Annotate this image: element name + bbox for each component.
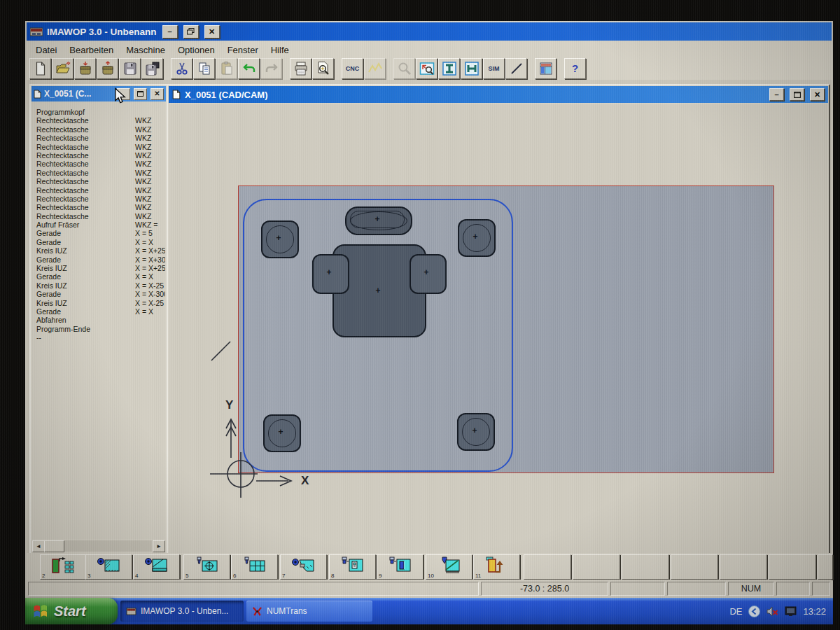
copy-button[interactable] <box>193 58 215 79</box>
zoom-window-button[interactable] <box>416 58 438 79</box>
program-row[interactable]: Gerade X = X <box>32 272 165 281</box>
program-row[interactable]: Programm-Ende <box>32 325 165 333</box>
program-row[interactable]: Gerade X = X+300 <box>32 255 165 264</box>
app-minimize-button[interactable]: – <box>162 25 178 38</box>
tool-button-7[interactable]: 7 <box>280 554 327 580</box>
taskbar-task-numtrans[interactable]: NUMTrans <box>246 601 372 622</box>
program-row[interactable]: Aufruf Fräser WKZ = <box>32 220 165 229</box>
program-row[interactable]: Gerade X = 5 <box>32 229 165 237</box>
program-row[interactable]: Gerade X = X <box>32 238 165 246</box>
tool-button-5[interactable]: 5 <box>183 554 230 580</box>
paste-button[interactable] <box>216 58 237 79</box>
redo-button[interactable] <box>260 58 282 79</box>
imawop-app-icon <box>126 607 136 616</box>
cad-maximize-button[interactable] <box>790 88 804 101</box>
program-row[interactable]: Rechtecktasche WKZ <box>32 143 165 151</box>
program-row[interactable]: -- <box>32 333 165 342</box>
menu-item[interactable]: Maschine <box>120 43 172 57</box>
zoom-button[interactable] <box>393 58 415 79</box>
cad-canvas[interactable]: + + + + + + + + <box>169 104 827 553</box>
app-icon <box>30 27 43 36</box>
tool-case-out-icon <box>100 61 115 76</box>
menu-item[interactable]: Fenster <box>221 43 265 57</box>
program-row[interactable]: Gerade X = X-300 <box>32 290 165 298</box>
program-row[interactable]: Rechtecktasche WKZ <box>32 116 165 125</box>
program-row[interactable]: Kreis IUZ X = X+25 <box>32 264 165 272</box>
tool-case-in-button[interactable] <box>74 58 96 79</box>
program-row[interactable]: Programmkopf <box>32 108 165 116</box>
app-close-button[interactable]: ✕ <box>204 25 220 38</box>
program-row[interactable]: Rechtecktasche WKZ <box>32 125 165 134</box>
print-preview-button[interactable] <box>312 58 334 79</box>
program-row[interactable]: Gerade X = X <box>32 307 165 316</box>
tray-collapse-icon[interactable] <box>748 606 760 617</box>
menu-bar: DateiBearbeitenMaschineOptionenFensterHi… <box>27 42 832 57</box>
program-row[interactable]: Rechtecktasche WKZ <box>32 186 165 195</box>
print-preview-icon <box>316 61 331 76</box>
taskbar-task-imawop[interactable]: IMAWOP 3.0 - Unben... <box>120 601 244 622</box>
program-row[interactable]: Rechtecktasche WKZ <box>32 203 165 211</box>
cut-button[interactable] <box>171 58 192 79</box>
toolbar-empty-cell <box>720 554 767 580</box>
taskbar-clock[interactable]: 13:22 <box>803 606 826 617</box>
program-row[interactable]: Rechtecktasche WKZ <box>32 177 165 186</box>
save-button[interactable] <box>119 58 141 79</box>
program-row[interactable]: Rechtecktasche WKZ <box>32 151 165 160</box>
menu-item[interactable]: Hilfe <box>265 43 295 57</box>
scroll-right-button[interactable]: ► <box>153 540 165 552</box>
app-restore-button[interactable] <box>183 25 199 38</box>
draw-line-button[interactable] <box>505 58 527 79</box>
mdi-area: X_0051 (C... ✕ Programmkopf Rechtecktasc… <box>27 80 832 553</box>
program-maximize-button[interactable] <box>134 88 147 100</box>
tool-button-4[interactable]: 4 <box>133 554 180 580</box>
tool-button-10[interactable]: 10 <box>426 554 472 580</box>
program-row[interactable]: Kreis IUZ X = X-25 <box>32 299 165 307</box>
tool-button-8[interactable]: 8 <box>329 554 376 580</box>
program-row[interactable]: Rechtecktasche WKZ <box>32 195 165 203</box>
cad-window-title-bar[interactable]: X_0051 (CAD/CAM) – ✕ <box>169 86 828 103</box>
print-button[interactable] <box>290 58 312 79</box>
toolbar-separator <box>283 68 290 69</box>
open-folder-button[interactable] <box>52 58 74 79</box>
fit-width-button[interactable] <box>461 58 482 79</box>
profile-curve-button[interactable] <box>364 58 386 79</box>
tool-button-2[interactable]: 2 <box>40 554 87 580</box>
app-title-bar[interactable]: IMAWOP 3.0 - Unbenann – ✕ <box>27 22 832 41</box>
tool-table-button[interactable] <box>535 58 556 79</box>
program-row[interactable]: Rechtecktasche WKZ <box>32 212 165 220</box>
program-row[interactable]: Rechtecktasche WKZ <box>32 160 165 168</box>
toolbar-separator <box>335 68 342 69</box>
cad-minimize-button[interactable]: – <box>769 88 784 101</box>
sim-button[interactable]: SIM <box>483 58 505 79</box>
menu-item[interactable]: Optionen <box>172 43 221 57</box>
scroll-left-button[interactable]: ◄ <box>32 540 45 552</box>
program-row[interactable]: Rechtecktasche WKZ <box>32 134 165 142</box>
program-row[interactable]: Rechtecktasche WKZ <box>32 169 165 177</box>
audio-muted-icon[interactable] <box>766 606 778 617</box>
tool-button-11[interactable]: 11 <box>473 554 520 580</box>
program-window-title-bar[interactable]: X_0051 (C... ✕ <box>31 86 166 102</box>
tool-button-9[interactable]: 9 <box>377 554 424 580</box>
menu-item[interactable]: Datei <box>29 43 63 57</box>
cnc-button[interactable]: CNC <box>342 58 363 79</box>
new-file-button[interactable] <box>29 58 51 79</box>
menu-item[interactable]: Bearbeiten <box>63 43 120 57</box>
program-close-button[interactable]: ✕ <box>150 88 164 100</box>
scrollbar-thumb[interactable] <box>44 540 64 552</box>
keyboard-language-indicator[interactable]: DE <box>729 606 742 617</box>
tool-case-out-button[interactable] <box>97 58 118 79</box>
help-button[interactable]: ? <box>564 58 586 79</box>
tool-button-6[interactable]: 6 <box>231 554 278 580</box>
start-button[interactable]: Start <box>25 598 118 624</box>
display-settings-icon[interactable] <box>785 606 797 617</box>
save-all-button[interactable] <box>141 58 163 79</box>
cad-close-button[interactable]: ✕ <box>810 88 825 101</box>
fit-width-icon <box>464 61 479 76</box>
undo-button[interactable] <box>238 58 260 79</box>
fit-height-button[interactable] <box>438 58 460 79</box>
program-row[interactable]: Abfahren <box>32 316 165 324</box>
horizontal-scrollbar[interactable]: ◄ ► <box>32 540 165 552</box>
program-row[interactable]: Kreis IUZ X = X+25 <box>32 246 165 255</box>
program-row[interactable]: Kreis IUZ X = X-25 <box>32 281 165 290</box>
tool-button-3[interactable]: 3 <box>85 554 132 580</box>
